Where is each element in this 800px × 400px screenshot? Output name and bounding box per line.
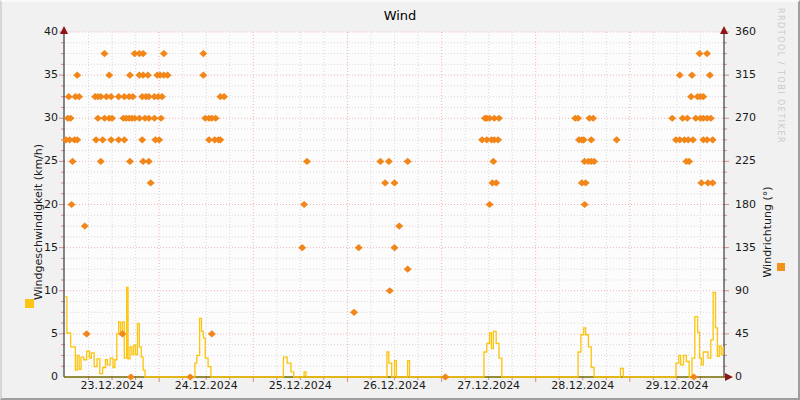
right-axis-tick-label: 45	[735, 328, 749, 340]
x-axis-tick-label: 28.12.2024	[543, 380, 623, 392]
right-axis-tick-label: 225	[735, 155, 756, 167]
right-axis-tick-label: 135	[735, 242, 756, 254]
left-axis-tick-label: 20	[22, 199, 58, 211]
watermark: RRDTOOL / TOBI OETIKER	[776, 8, 785, 144]
right-axis-label: Windrichtung (°)	[761, 72, 775, 392]
right-axis-tick-label: 0	[735, 371, 742, 383]
x-axis-tick-label: 27.12.2024	[449, 380, 529, 392]
left-axis-tick-label: 15	[22, 242, 58, 254]
right-axis-tick-label: 90	[735, 285, 749, 297]
left-axis-tick-label: 40	[22, 26, 58, 38]
plot-canvas	[2, 2, 798, 398]
left-axis-tick-label: 5	[22, 328, 58, 340]
wind-chart: Wind Windgeschwindigkeit (km/h) Windrich…	[0, 0, 800, 400]
right-axis-arrow-icon	[720, 26, 728, 34]
direction-legend-marker	[777, 263, 785, 271]
x-axis-tick-label: 26.12.2024	[355, 380, 435, 392]
left-axis-tick-label: 30	[22, 112, 58, 124]
x-axis-tick-label: 23.12.2024	[72, 380, 152, 392]
x-axis-arrow-icon	[725, 373, 733, 381]
left-axis-tick-label: 25	[22, 155, 58, 167]
left-axis-tick-label: 35	[22, 69, 58, 81]
x-axis-tick-label: 25.12.2024	[260, 380, 340, 392]
speed-legend-marker	[25, 299, 34, 308]
left-axis-arrow-icon	[60, 26, 68, 34]
right-axis-tick-label: 270	[735, 112, 756, 124]
x-axis-tick-label: 24.12.2024	[166, 380, 246, 392]
left-axis-tick-label: 10	[22, 285, 58, 297]
left-axis-tick-label: 0	[22, 371, 58, 383]
x-axis-tick-label: 29.12.2024	[637, 380, 717, 392]
right-axis-tick-label: 360	[735, 26, 756, 38]
right-axis-tick-label: 315	[735, 69, 756, 81]
right-axis-tick-label: 180	[735, 199, 756, 211]
chart-title: Wind	[300, 8, 500, 23]
